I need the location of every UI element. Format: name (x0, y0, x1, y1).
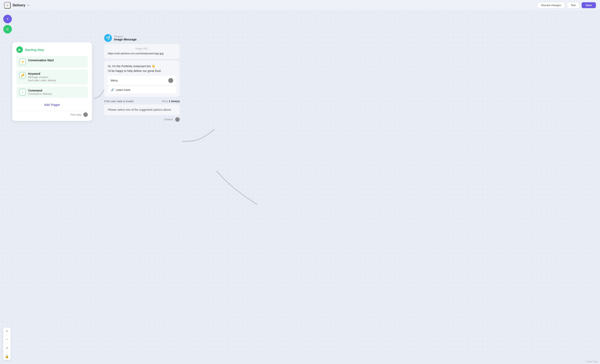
starting-step-title: Starting Step (25, 48, 44, 51)
zoom-fit-button[interactable]: ⤢ (4, 345, 10, 351)
first-step-label: First step (70, 113, 81, 116)
trigger-info-keyword: Keyword Message contains: food order, or… (28, 72, 85, 82)
default-row: Default (104, 117, 180, 122)
zoom-in-button[interactable]: + (4, 328, 10, 334)
telegram-card-title: Image Message (114, 37, 137, 41)
telegram-card: Telegram Image Message Image URL: https:… (104, 34, 180, 122)
telegram-platform: Telegram (114, 35, 137, 37)
trigger-info: Conversation Start (28, 59, 85, 62)
add-trigger-button[interactable]: Add Trigger (16, 101, 88, 109)
starting-step-card: ▶ Starting Step ⚡ Conversation Start 🔑 K… (12, 42, 92, 121)
save-button[interactable]: Save (582, 2, 596, 8)
learn-more-label: Learn more (116, 88, 131, 92)
image-url-box[interactable]: Image URL: https://cdn.domino-crm.com/re… (104, 44, 180, 59)
invalid-reply-label: If the user reply is invalid (104, 100, 133, 103)
retry-count: 1 time(s) (169, 100, 180, 103)
back-button[interactable]: ‹ (4, 2, 11, 9)
image-url-label: Image URL: (108, 47, 176, 50)
keyword-icon: 🔑 (19, 72, 26, 79)
zoom-out-button[interactable]: − (4, 337, 10, 342)
telegram-header: Telegram Image Message (104, 34, 180, 42)
telegram-title-area: Telegram Image Message (114, 35, 137, 41)
left-toolbar: + ≡ (3, 15, 12, 34)
edit-icon[interactable]: ✏ (27, 4, 30, 7)
conversation-start-icon: ⚡ (19, 59, 26, 65)
trigger-item-conversation-start[interactable]: ⚡ Conversation Start (16, 56, 88, 68)
keyword-trigger-name: Keyword (28, 72, 85, 75)
play-icon: ▶ (16, 46, 23, 53)
keyword-trigger-detail: food order, order, delivery (28, 79, 85, 82)
invalid-reply-box[interactable]: Please select one of the suggested optio… (104, 104, 180, 115)
navbar-left: ‹ Delivery ✏ (4, 2, 30, 9)
canvas: + ≡ ▶ Starting Step ⚡ Conversation Start… (0, 11, 600, 364)
message-text: Hi, I'm the Preferita restaurant bot 👋I'… (108, 64, 176, 73)
command-icon: / (19, 89, 26, 95)
trigger-item-command[interactable]: / Command Command is /delivery (16, 86, 88, 98)
trigger-info-command: Command Command is /delivery (28, 89, 85, 95)
image-url-value: https://cdn.domino-crm.com/restaurant-lo… (108, 52, 176, 55)
default-connector-dot[interactable] (175, 117, 180, 122)
react-flow-watermark: React Flow (587, 360, 598, 363)
retry-info: Retry 1 time(s) (162, 100, 180, 103)
default-label: Default (164, 118, 173, 121)
message-box[interactable]: Hi, I'm the Preferita restaurant bot 👋I'… (104, 61, 180, 97)
first-step-connector-dot[interactable] (83, 112, 88, 117)
menu-connector-dot[interactable] (168, 78, 173, 83)
navbar: ‹ Delivery ✏ Discard changes Test Save (0, 0, 600, 11)
telegram-icon (104, 34, 112, 42)
zoom-lock-button[interactable]: 🔒 (4, 353, 10, 359)
test-button[interactable]: Test (567, 2, 580, 8)
retry-label: Retry (162, 100, 168, 103)
keyword-trigger-sub: Message contains: (28, 76, 85, 79)
zoom-controls: + − ⤢ 🔒 (3, 327, 11, 360)
invalid-reply-row: If the user reply is invalid Retry 1 tim… (104, 100, 180, 103)
navbar-right: Discard changes Test Save (537, 2, 596, 8)
zoom-divider-2 (5, 344, 9, 344)
zoom-divider (5, 335, 9, 336)
discard-button[interactable]: Discard changes (537, 2, 565, 8)
menu-button-label: Menu (111, 79, 118, 82)
card-header: ▶ Starting Step (16, 46, 88, 53)
command-trigger-sub: Command is /delivery (28, 93, 85, 95)
page-title: Delivery (13, 3, 25, 7)
trigger-name: Conversation Start (28, 59, 85, 62)
add-node-button[interactable]: + (3, 15, 12, 23)
menu-button-row[interactable]: Menu (108, 76, 176, 85)
command-trigger-name: Command (28, 89, 85, 92)
link-icon: 🔗 (111, 88, 114, 92)
learn-more-row[interactable]: 🔗 Learn more (108, 86, 176, 93)
trigger-item-keyword[interactable]: 🔑 Keyword Message contains: food order, … (16, 70, 88, 84)
flow-list-button[interactable]: ≡ (3, 25, 12, 34)
